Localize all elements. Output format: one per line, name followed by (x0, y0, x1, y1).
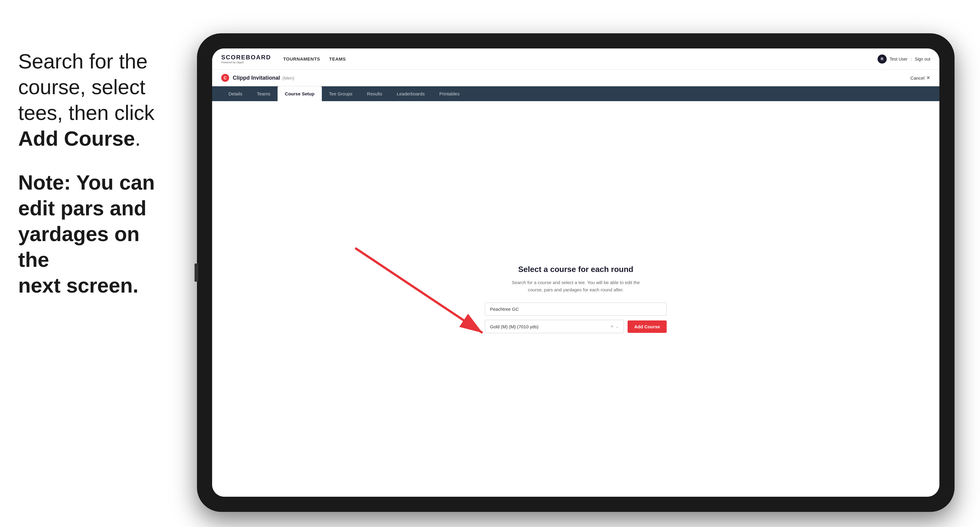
course-search-input[interactable] (485, 303, 667, 316)
nav-right: R Test User | Sign out (878, 54, 930, 63)
cancel-label: Cancel (910, 75, 924, 81)
course-desc-line2: course, pars and yardages for each round… (528, 287, 624, 292)
course-section-title: Select a course for each round (485, 265, 667, 274)
tab-tee-groups[interactable]: Tee Groups (322, 86, 360, 101)
tee-select-wrapper[interactable]: Gold (M) (M) (7010 yds) × ⌄ (485, 320, 624, 333)
tournament-type: (Men) (282, 75, 294, 81)
tournament-icon: C (221, 74, 229, 82)
tee-select-row: Gold (M) (M) (7010 yds) × ⌄ Add Course (485, 320, 667, 333)
tablet-side-button (194, 264, 198, 282)
annotation-note: Note: You can edit pars and yardages on … (18, 170, 170, 298)
tee-clear-icon[interactable]: × (611, 324, 613, 329)
tab-leaderboards[interactable]: Leaderboards (390, 86, 432, 101)
app-content: SCOREBOARD Powered by clippd TOURNAMENTS… (212, 48, 939, 497)
tab-teams[interactable]: Teams (250, 86, 278, 101)
brand-subtitle: Powered by clippd (221, 61, 271, 64)
tab-course-setup[interactable]: Course Setup (278, 86, 322, 101)
tournament-title: Clippd Invitational (233, 75, 280, 81)
tab-details[interactable]: Details (221, 86, 250, 101)
annotation-area: Search for the course, select tees, then… (0, 37, 188, 310)
tee-arrow-icon: ⌄ (616, 324, 619, 329)
nav-links: TOURNAMENTS TEAMS (283, 56, 877, 62)
nav-user-name: Test User (890, 57, 908, 62)
course-desc-line1: Search for a course and select a tee. Yo… (512, 280, 640, 285)
brand-logo: SCOREBOARD Powered by clippd (221, 54, 271, 64)
tab-bar: Details Teams Course Setup Tee Groups Re… (212, 86, 939, 101)
tablet-bezel: SCOREBOARD Powered by clippd TOURNAMENTS… (197, 33, 955, 512)
annotation-bold-text: Add Course (18, 127, 135, 150)
cancel-button[interactable]: Cancel ✕ (910, 75, 930, 81)
brand-title: SCOREBOARD (221, 54, 271, 61)
main-content: Select a course for each round Search fo… (212, 101, 939, 497)
nav-separator: | (911, 57, 912, 62)
tee-select-icons: × ⌄ (611, 324, 619, 329)
tee-select-value: Gold (M) (M) (7010 yds) (490, 324, 538, 329)
tablet-container: SCOREBOARD Powered by clippd TOURNAMENTS… (197, 33, 955, 512)
nav-tournaments[interactable]: TOURNAMENTS (283, 56, 320, 62)
signout-link[interactable]: Sign out (915, 57, 930, 62)
annotation-text-main: Search for the course, select tees, then… (18, 48, 170, 151)
top-navbar: SCOREBOARD Powered by clippd TOURNAMENTS… (212, 48, 939, 70)
user-avatar: R (878, 54, 887, 63)
nav-teams[interactable]: TEAMS (329, 56, 346, 62)
tablet-screen: SCOREBOARD Powered by clippd TOURNAMENTS… (212, 48, 939, 497)
tab-printables[interactable]: Printables (432, 86, 467, 101)
tab-results[interactable]: Results (360, 86, 390, 101)
course-card: Select a course for each round Search fo… (485, 265, 667, 333)
course-section-desc: Search for a course and select a tee. Yo… (485, 279, 667, 294)
add-course-button[interactable]: Add Course (628, 321, 667, 333)
cancel-icon: ✕ (926, 75, 930, 81)
svg-line-1 (355, 248, 482, 333)
tournament-header: C Clippd Invitational (Men) Cancel ✕ (212, 70, 939, 86)
